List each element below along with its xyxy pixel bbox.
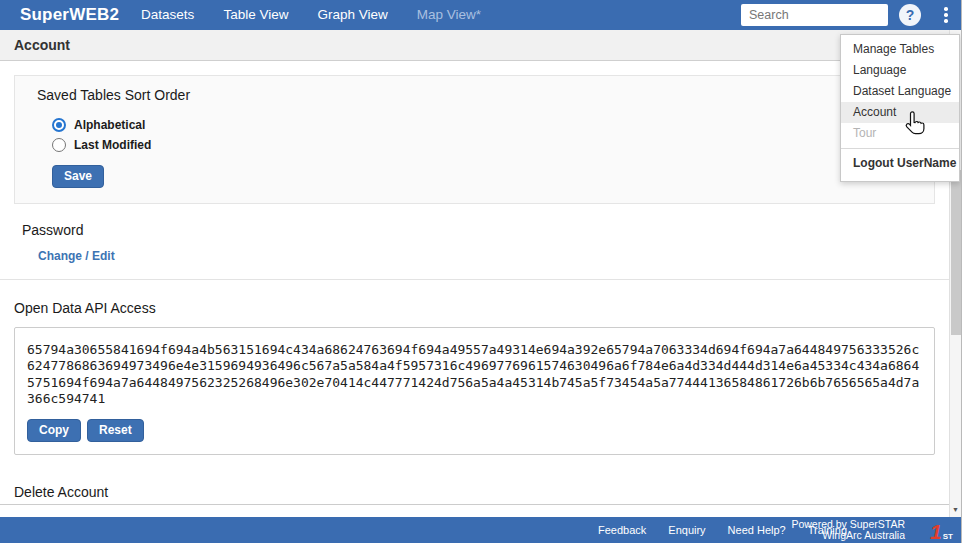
scroll-down-arrow[interactable]: ▼ [950, 503, 961, 517]
logo-st: ST [943, 531, 953, 542]
nav-items: Datasets Table View Graph View Map View* [141, 0, 481, 30]
api-buttons: Copy Reset [27, 419, 922, 442]
account-page-content: Saved Tables Sort Order Alphabetical Las… [0, 62, 949, 505]
help-button[interactable]: ? [899, 4, 921, 26]
footer-bar: Feedback Enquiry Need Help? Training Pow… [0, 517, 961, 543]
menu-item-language[interactable]: Language [841, 60, 959, 81]
overflow-menu-button[interactable] [941, 7, 951, 25]
menu-item-account[interactable]: Account [841, 102, 959, 123]
app-brand[interactable]: SuperWEB2 [20, 5, 119, 25]
radio-label-last-modified[interactable]: Last Modified [74, 138, 151, 152]
save-button[interactable]: Save [52, 165, 104, 188]
sort-order-panel: Saved Tables Sort Order Alphabetical Las… [14, 75, 935, 204]
scrollbar-thumb[interactable] [951, 170, 961, 335]
menu-item-tour: Tour [841, 123, 959, 144]
search-input[interactable] [741, 4, 888, 26]
api-token-value: 65794a30655841694f694a4b563151694c434a68… [27, 342, 919, 408]
radio-last-modified[interactable] [52, 138, 66, 152]
nav-item-graph-view[interactable]: Graph View [317, 0, 387, 30]
superweb2-window: SuperWEB2 Datasets Table View Graph View… [0, 0, 962, 543]
radio-label-alphabetical[interactable]: Alphabetical [74, 118, 145, 132]
menu-item-dataset-language[interactable]: Dataset Language [841, 81, 959, 102]
top-nav-bar: SuperWEB2 Datasets Table View Graph View… [0, 0, 961, 30]
search-box [741, 4, 888, 26]
nav-item-map-view[interactable]: Map View* [417, 0, 481, 30]
superstar-1st-logo-icon: 1 ST [925, 518, 953, 542]
footer-link-need-help[interactable]: Need Help? [728, 524, 786, 536]
api-token-box: 65794a30655841694f694a4b563151694c434a68… [14, 327, 935, 455]
content-bottom-strip [0, 504, 961, 517]
password-title: Password [22, 222, 949, 238]
dot-icon [944, 19, 948, 23]
sort-order-title: Saved Tables Sort Order [37, 87, 912, 103]
footer-link-enquiry[interactable]: Enquiry [668, 524, 705, 536]
password-section: Password Change / Edit [22, 222, 949, 264]
overflow-dropdown-menu: Manage Tables Language Dataset Language … [840, 34, 960, 182]
radio-alphabetical[interactable] [52, 118, 66, 132]
delete-account-title: Delete Account [14, 484, 949, 500]
radio-row-alphabetical[interactable]: Alphabetical [52, 115, 912, 135]
dot-icon [944, 7, 948, 11]
reset-button[interactable]: Reset [87, 419, 144, 442]
sort-order-options: Alphabetical Last Modified [52, 115, 912, 155]
copy-button[interactable]: Copy [27, 419, 81, 442]
menu-separator [841, 148, 959, 149]
nav-item-table-view[interactable]: Table View [223, 0, 288, 30]
page-title: Account [0, 30, 949, 61]
radio-row-last-modified[interactable]: Last Modified [52, 135, 912, 155]
powered-by-text: Powered by SuperSTAR WingArc Australia [791, 519, 905, 541]
menu-item-manage-tables[interactable]: Manage Tables [841, 39, 959, 60]
footer-link-feedback[interactable]: Feedback [598, 524, 646, 536]
dot-icon [944, 13, 948, 17]
change-password-link[interactable]: Change / Edit [38, 249, 115, 263]
menu-item-logout[interactable]: Logout UserName [841, 151, 959, 175]
help-icon: ? [906, 7, 915, 23]
section-divider [0, 279, 949, 280]
logo-digit: 1 [930, 521, 942, 542]
nav-item-datasets[interactable]: Datasets [141, 0, 194, 30]
api-access-title: Open Data API Access [14, 300, 949, 316]
powered-by-line2: WingArc Australia [791, 530, 905, 541]
